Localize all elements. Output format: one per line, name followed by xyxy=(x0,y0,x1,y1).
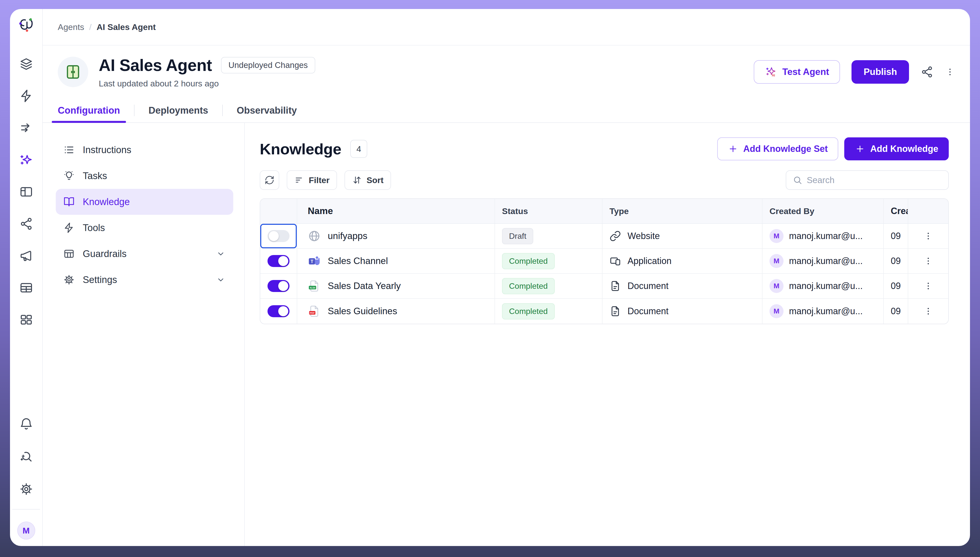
table-row[interactable]: Sales Data Yearly Completed Document M m… xyxy=(260,274,948,299)
title-block: AI Sales Agent Undeployed Changes Last u… xyxy=(99,56,315,88)
row-enable-toggle[interactable] xyxy=(268,280,289,292)
row-kebab-icon[interactable] xyxy=(923,231,933,241)
table-row[interactable]: unifyapps Draft Website M manoj.kumar@u.… xyxy=(260,224,948,249)
ai-search-icon[interactable] xyxy=(19,450,33,464)
knowledge-name: Sales Guidelines xyxy=(328,306,397,316)
ai-agents-sparkle-icon[interactable] xyxy=(19,153,33,167)
row-kebab-icon[interactable] xyxy=(923,306,933,316)
knowledge-count-badge: 4 xyxy=(350,140,367,158)
filter-button[interactable]: Filter xyxy=(287,170,337,190)
tab-observability[interactable]: Observability xyxy=(237,98,297,122)
sidebar-item-settings[interactable]: Settings xyxy=(56,267,233,293)
lightbulb-icon xyxy=(63,170,75,182)
zap-icon xyxy=(63,222,75,233)
config-nav-pane: Instructions Tasks Knowledge Tools xyxy=(43,123,245,546)
page-title: AI Sales Agent xyxy=(99,56,212,75)
plus-icon xyxy=(728,143,738,154)
app-window: M Agents / AI Sales Agent AI Sales Agent… xyxy=(10,9,970,546)
sidebar-item-label: Guardrails xyxy=(83,249,126,259)
column-header-toggle xyxy=(260,199,297,223)
created-at: 09 xyxy=(884,224,908,248)
sidebar-item-label: Tools xyxy=(83,223,105,233)
main-area: Agents / AI Sales Agent AI Sales Agent U… xyxy=(43,9,970,546)
row-kebab-icon[interactable] xyxy=(923,256,933,266)
application-devices-icon xyxy=(609,255,621,267)
sort-button[interactable]: Sort xyxy=(345,170,391,190)
publish-button[interactable]: Publish xyxy=(851,60,909,84)
created-at: 09 xyxy=(884,299,908,324)
icon-rail: M xyxy=(10,9,43,546)
automations-zap-icon[interactable] xyxy=(19,89,33,103)
row-kebab-icon[interactable] xyxy=(923,281,933,291)
campaigns-megaphone-icon[interactable] xyxy=(19,249,33,263)
breadcrumb: Agents / AI Sales Agent xyxy=(43,9,970,46)
plus-icon xyxy=(855,143,865,154)
creator-email: manoj.kumar@u... xyxy=(789,256,863,266)
interfaces-panel-icon[interactable] xyxy=(19,185,33,199)
data-tables-icon[interactable] xyxy=(19,281,33,295)
status-badge: Draft xyxy=(502,228,533,244)
list-icon xyxy=(63,144,75,156)
column-header-created: Crea xyxy=(884,199,908,223)
table-toolbar: Filter Sort xyxy=(260,170,949,190)
chevron-down-icon xyxy=(216,249,226,259)
share-icon[interactable] xyxy=(921,65,934,78)
sidebar-item-instructions[interactable]: Instructions xyxy=(56,137,233,163)
undeployed-changes-badge: Undeployed Changes xyxy=(221,57,315,73)
page-header: AI Sales Agent Undeployed Changes Last u… xyxy=(43,46,970,98)
sidebar-item-label: Instructions xyxy=(83,145,131,155)
table-row[interactable]: Sales Guidelines Completed Document M ma… xyxy=(260,299,948,324)
test-agent-button[interactable]: Test Agent xyxy=(754,60,840,84)
column-header-status: Status xyxy=(495,199,603,223)
rail-divider xyxy=(12,509,40,510)
creator-email: manoj.kumar@u... xyxy=(789,231,863,241)
tab-separator xyxy=(222,105,223,116)
sidebar-item-guardrails[interactable]: Guardrails xyxy=(56,241,233,267)
tab-deployments[interactable]: Deployments xyxy=(149,98,208,122)
book-open-icon xyxy=(63,196,75,208)
more-options-kebab-icon[interactable] xyxy=(945,65,955,78)
type-label: Application xyxy=(627,256,671,266)
refresh-button[interactable] xyxy=(260,170,279,190)
notifications-bell-icon[interactable] xyxy=(19,417,33,431)
rail-icon-group-top xyxy=(19,57,33,327)
refresh-icon xyxy=(265,175,274,185)
row-enable-toggle[interactable] xyxy=(268,305,289,317)
tab-bar: Configuration Deployments Observability xyxy=(43,98,970,123)
add-knowledge-set-button[interactable]: Add Knowledge Set xyxy=(717,137,838,160)
type-label: Website xyxy=(627,231,660,241)
chevron-down-icon xyxy=(216,275,226,285)
apps-grid-icon[interactable] xyxy=(19,313,33,327)
add-knowledge-button[interactable]: Add Knowledge xyxy=(844,137,949,160)
sidebar-item-knowledge[interactable]: Knowledge xyxy=(56,189,233,215)
knowledge-panel: Knowledge 4 Add Knowledge Set Add Knowle… xyxy=(245,123,970,546)
filter-icon xyxy=(294,175,304,185)
status-badge: Completed xyxy=(502,278,555,294)
header-actions: Test Agent Publish xyxy=(754,60,955,84)
settings-gear-icon[interactable] xyxy=(19,482,33,496)
status-badge: Completed xyxy=(502,253,555,269)
sidebar-item-tools[interactable]: Tools xyxy=(56,215,233,241)
sidebar-item-tasks[interactable]: Tasks xyxy=(56,163,233,189)
search-icon xyxy=(793,175,802,185)
creator-avatar: M xyxy=(769,229,784,243)
breadcrumb-agents-link[interactable]: Agents xyxy=(58,22,84,32)
last-updated-text: Last updated about 2 hours ago xyxy=(99,79,315,88)
link-icon xyxy=(609,230,621,242)
row-enable-toggle[interactable] xyxy=(268,255,289,267)
layers-icon[interactable] xyxy=(19,57,33,71)
search-input[interactable] xyxy=(807,175,942,185)
creator-avatar: M xyxy=(769,279,784,293)
type-label: Document xyxy=(627,281,668,291)
table-row[interactable]: Sales Channel Completed Application M ma… xyxy=(260,249,948,274)
tab-configuration[interactable]: Configuration xyxy=(58,98,120,122)
column-header-name: Name xyxy=(297,199,495,223)
created-at: 09 xyxy=(884,274,908,298)
unifyapps-logo-icon[interactable] xyxy=(18,17,35,34)
workflows-arrows-icon[interactable] xyxy=(19,121,33,135)
row-enable-toggle[interactable] xyxy=(268,230,289,242)
table-header-row: Name Status Type Created By Crea xyxy=(260,199,948,224)
integrations-share-icon[interactable] xyxy=(19,217,33,231)
user-avatar[interactable]: M xyxy=(17,521,35,539)
knowledge-name: Sales Data Yearly xyxy=(328,281,401,291)
